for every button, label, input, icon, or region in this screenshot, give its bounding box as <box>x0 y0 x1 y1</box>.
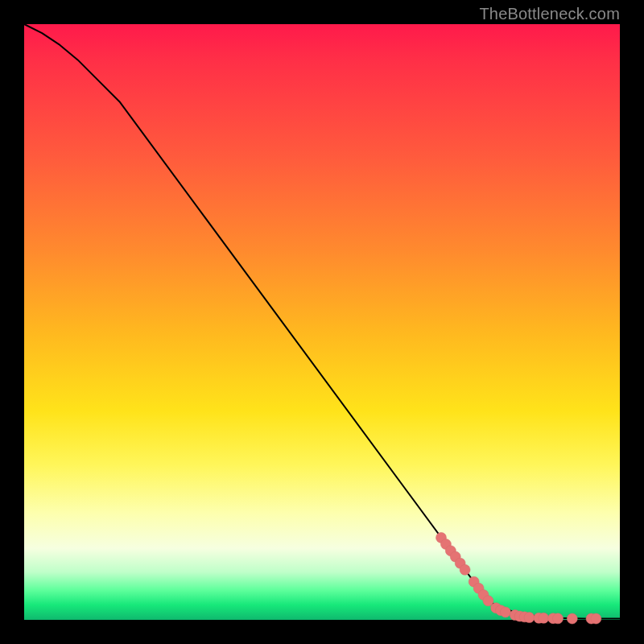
scatter-dot <box>553 613 564 624</box>
scatter-dot <box>539 613 549 623</box>
scatter-dot <box>591 613 601 624</box>
scatter-dot <box>567 613 577 624</box>
watermark-text: TheBottleneck.com <box>479 5 620 23</box>
scatter-group <box>436 532 601 624</box>
data-curve <box>24 24 620 619</box>
scatter-dot <box>500 607 510 617</box>
scatter-dot <box>460 564 470 575</box>
scatter-dot <box>524 613 535 623</box>
chart-stage: TheBottleneck.com <box>0 0 644 644</box>
overlay-svg <box>24 24 620 620</box>
